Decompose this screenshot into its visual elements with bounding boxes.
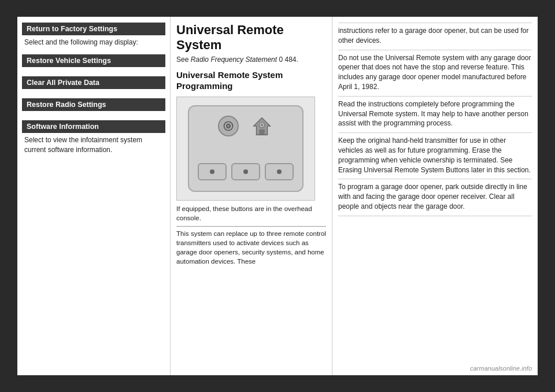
caption-system-description: This system can replace up to three remo… [176, 226, 326, 266]
right-block-3: Keep the original hand-held transmitter … [338, 133, 532, 179]
section-restore-radio: Restore Radio Settings [22, 98, 165, 113]
return-to-factory-body: Select and the following may display: [22, 38, 165, 47]
right-block-2: Read the instructions completely before … [338, 97, 532, 133]
restore-vehicle-header: Restore Vehicle Settings [22, 54, 165, 67]
right-column: instructions refer to a garage door open… [332, 17, 538, 375]
section-software-info: Software Information Select to view the … [22, 120, 165, 155]
right-block-0: instructions refer to a garage door open… [338, 23, 532, 50]
svg-point-1 [227, 124, 231, 128]
svg-rect-3 [259, 129, 265, 135]
remote-btn-1-dot [210, 169, 214, 174]
right-block-4: To program a garage door opener, park ou… [338, 179, 532, 216]
section-clear-private: Clear All Private Data [22, 76, 165, 91]
remote-btn-3 [265, 163, 294, 180]
universal-remote-title: Universal Remote System [176, 23, 326, 53]
watermark: carmanualsonline.info [470, 365, 532, 372]
remote-btn-2-dot [243, 169, 248, 174]
software-info-header: Software Information [22, 120, 165, 133]
clear-private-header: Clear All Private Data [22, 76, 165, 89]
restore-radio-header: Restore Radio Settings [22, 98, 165, 111]
right-block-1: Do not use the Universal Remote system w… [338, 50, 532, 97]
remote-top-area [218, 114, 273, 138]
svg-point-5 [261, 124, 264, 127]
section-return-to-factory: Return to Factory Settings Select and th… [22, 23, 165, 47]
software-info-body: Select to view the infotainment system c… [22, 135, 165, 155]
middle-column: Universal Remote System See Radio Freque… [171, 17, 332, 375]
urs-programming-heading: Universal Remote System Programming [176, 69, 326, 92]
return-to-factory-header: Return to Factory Settings [22, 23, 165, 35]
see-radio-freq-text: See Radio Frequency Statement 0 484. [176, 56, 326, 64]
remote-btn-2 [231, 163, 260, 180]
remote-circle-button [218, 116, 239, 136]
remote-house-icon [250, 114, 273, 138]
remote-three-buttons [198, 163, 294, 180]
remote-system-image [176, 97, 315, 201]
left-column: Return to Factory Settings Select and th… [17, 17, 171, 375]
remote-device-illustration [188, 105, 304, 192]
page-wrapper: Return to Factory Settings Select and th… [17, 17, 538, 375]
caption-overhead-console: If equipped, these buttons are in the ov… [176, 204, 326, 223]
remote-btn-3-dot [277, 169, 282, 174]
remote-btn-1 [198, 163, 227, 180]
section-restore-vehicle: Restore Vehicle Settings [22, 54, 165, 69]
